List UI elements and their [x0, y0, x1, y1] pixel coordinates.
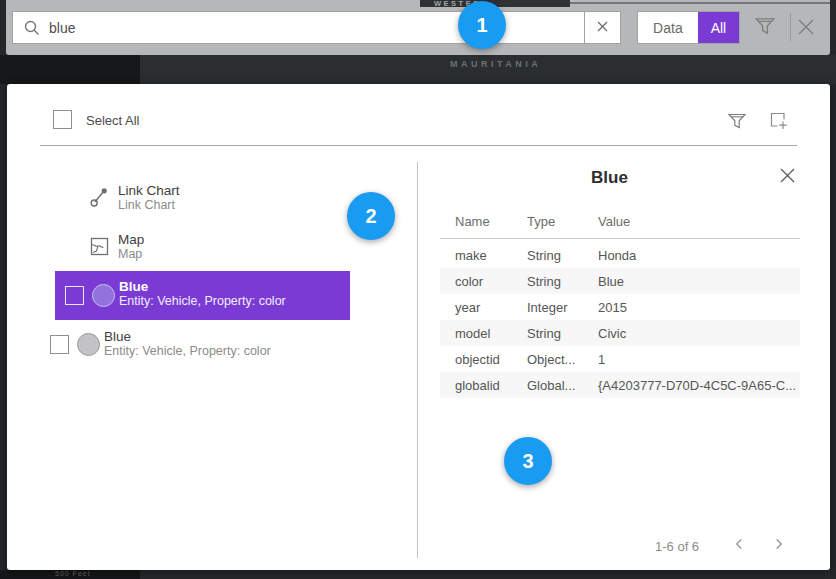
pagination-next-button[interactable] — [770, 536, 788, 554]
details-close-button[interactable] — [777, 166, 798, 187]
column-header-name: Name — [455, 214, 490, 229]
result-item-subtitle: Entity: Vehicle, Property: color — [104, 344, 271, 359]
link-chart-icon — [90, 186, 110, 212]
details-table-header: Name Type Value — [440, 214, 800, 234]
callout-badge-1: 1 — [458, 1, 506, 49]
result-item-checkbox[interactable] — [65, 286, 84, 305]
select-all-checkbox[interactable] — [53, 110, 72, 129]
table-row: color String Blue — [440, 268, 800, 294]
cell-name: globalid — [455, 378, 525, 393]
result-item-subtitle: Link Chart — [118, 198, 180, 213]
table-row: model String Civic — [440, 320, 800, 346]
cell-value: 1 — [598, 352, 796, 367]
scope-option-data[interactable]: Data — [638, 12, 698, 43]
table-row: globalid Global... {A4203777-D70D-4C5C-9… — [440, 372, 800, 398]
details-title: Blue — [417, 168, 802, 188]
select-all-label: Select All — [86, 113, 139, 128]
cell-name: color — [455, 274, 525, 289]
close-search-button[interactable] — [795, 16, 817, 38]
toolbar-divider — [790, 13, 791, 41]
cell-type: String — [527, 326, 595, 341]
filter-icon — [753, 26, 777, 41]
add-to-selection-button[interactable] — [768, 110, 790, 132]
panel-filter-button[interactable] — [726, 110, 748, 132]
cell-name: make — [455, 248, 525, 263]
cell-value: {A4203777-D70D-4C5C-9A65-C... — [598, 378, 796, 393]
chevron-left-icon — [731, 540, 747, 555]
pagination-range: 1-6 of 6 — [655, 539, 699, 554]
add-to-selection-icon — [768, 120, 790, 135]
cell-name: year — [455, 300, 525, 315]
scope-option-all[interactable]: All — [698, 12, 739, 43]
callout-badge-3: 3 — [504, 437, 552, 485]
table-header-divider — [440, 238, 800, 239]
cell-value: Blue — [598, 274, 796, 289]
panel-divider — [40, 145, 797, 146]
close-icon — [778, 173, 797, 188]
column-header-type: Type — [527, 214, 555, 229]
table-row: make String Honda — [440, 242, 800, 268]
result-item-title: Map — [118, 232, 144, 247]
result-item-blue-selected[interactable]: Blue Entity: Vehicle, Property: color — [55, 271, 350, 320]
filter-icon — [726, 120, 748, 135]
map-label-mauritania: MAURITANIA — [450, 59, 541, 69]
table-row: year Integer 2015 — [440, 294, 800, 320]
result-item-title: Blue — [104, 329, 271, 344]
search-toolbar: WESTER Data All — [6, 0, 830, 55]
scope-toggle: Data All — [637, 11, 740, 44]
chevron-right-icon — [771, 540, 787, 555]
map-border-line — [570, 2, 830, 4]
results-panel: Select All Link Chart Link Chart — [7, 84, 830, 570]
callout-badge-2: 2 — [347, 192, 395, 240]
map-ocean — [0, 55, 140, 84]
cell-type: String — [527, 248, 595, 263]
cell-value: 2015 — [598, 300, 796, 315]
app-root: MAURITANIA 500 Feet WESTER Data All — [0, 0, 836, 579]
result-item-subtitle: Entity: Vehicle, Property: color — [119, 294, 286, 309]
cell-value: Honda — [598, 248, 796, 263]
cell-name: objectid — [455, 352, 525, 367]
entity-circle-icon — [92, 284, 115, 307]
result-item-title: Blue — [119, 279, 286, 294]
clear-icon — [596, 20, 609, 36]
close-icon — [795, 26, 817, 41]
map-background: MAURITANIA — [0, 55, 836, 84]
cell-value: Civic — [598, 326, 796, 341]
result-item-blue[interactable]: Blue Entity: Vehicle, Property: color — [40, 328, 413, 370]
cell-type: Object... — [527, 352, 595, 367]
result-item-title: Link Chart — [118, 183, 180, 198]
column-header-value: Value — [598, 214, 630, 229]
cell-type: Global... — [527, 378, 595, 393]
map-scale-label: 500 Feet — [55, 570, 91, 577]
cell-name: model — [455, 326, 525, 341]
entity-circle-icon — [77, 333, 100, 356]
cell-type: Integer — [527, 300, 595, 315]
cell-type: String — [527, 274, 595, 289]
clear-search-button[interactable] — [584, 11, 621, 44]
result-item-subtitle: Map — [118, 247, 144, 262]
result-item-checkbox[interactable] — [50, 335, 69, 354]
table-row: objectid Object... 1 — [440, 346, 800, 372]
list-details-divider — [417, 162, 418, 558]
details-table: make String Honda color String Blue year… — [440, 242, 800, 398]
search-icon — [23, 19, 41, 41]
map-icon — [90, 237, 109, 260]
pagination-prev-button[interactable] — [730, 536, 748, 554]
toolbar-filter-button[interactable] — [752, 14, 778, 40]
